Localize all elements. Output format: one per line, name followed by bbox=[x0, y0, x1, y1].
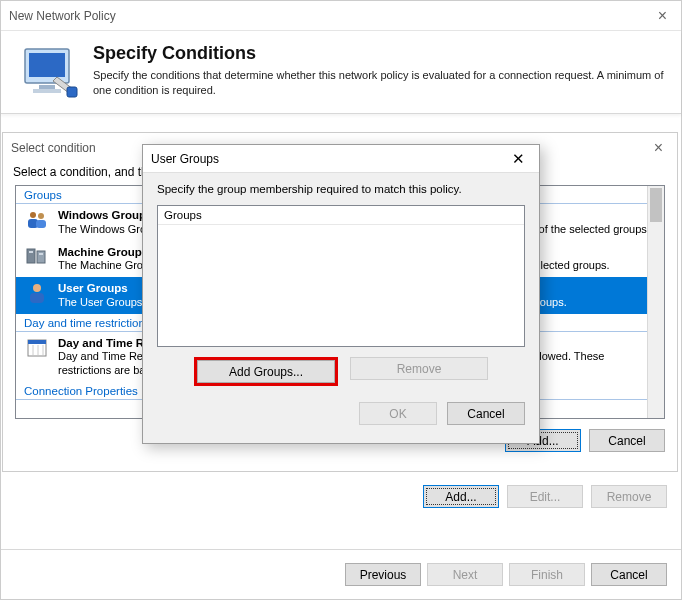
svg-point-5 bbox=[30, 212, 36, 218]
finish-button: Finish bbox=[509, 563, 585, 586]
scrollbar[interactable] bbox=[647, 186, 664, 418]
monitor-icon bbox=[19, 41, 81, 103]
ug-body: Specify the group membership required to… bbox=[143, 173, 539, 435]
wizard-body bbox=[1, 114, 681, 122]
wizard-titlebar: New Network Policy × bbox=[1, 1, 681, 31]
svg-rect-10 bbox=[37, 251, 45, 263]
svg-point-6 bbox=[38, 213, 44, 219]
ug-bottom-row: OK Cancel bbox=[157, 402, 525, 425]
svg-rect-2 bbox=[39, 85, 55, 89]
cond-item-label: Machine Groups bbox=[58, 246, 148, 258]
svg-rect-4 bbox=[67, 87, 77, 97]
edit-button: Edit... bbox=[507, 485, 583, 508]
ug-action-row: Add Groups... Remove bbox=[157, 357, 525, 386]
svg-rect-11 bbox=[29, 251, 33, 253]
close-icon[interactable]: × bbox=[652, 7, 673, 25]
ug-titlebar: User Groups ✕ bbox=[143, 145, 539, 173]
people-icon bbox=[24, 208, 50, 237]
wizard-description: Specify the conditions that determine wh… bbox=[93, 68, 665, 98]
cond-item-label: User Groups bbox=[58, 282, 128, 294]
remove-group-button: Remove bbox=[350, 357, 488, 380]
ug-list[interactable]: Groups bbox=[157, 205, 525, 347]
remove-button: Remove bbox=[591, 485, 667, 508]
svg-rect-3 bbox=[33, 89, 61, 93]
wizard-header-text: Specify Conditions Specify the condition… bbox=[93, 41, 665, 103]
svg-rect-1 bbox=[29, 53, 65, 77]
svg-rect-14 bbox=[30, 293, 44, 303]
ok-button: OK bbox=[359, 402, 437, 425]
ug-title: User Groups bbox=[151, 152, 506, 166]
previous-button[interactable]: Previous bbox=[345, 563, 421, 586]
wizard-mid-buttons: Add... Edit... Remove bbox=[423, 485, 667, 508]
cond-cancel-button[interactable]: Cancel bbox=[589, 429, 665, 452]
svg-point-13 bbox=[33, 284, 41, 292]
ug-instruction: Specify the group membership required to… bbox=[157, 183, 525, 195]
person-icon bbox=[24, 281, 50, 310]
user-groups-dialog: User Groups ✕ Specify the group membersh… bbox=[142, 144, 540, 444]
close-icon[interactable]: ✕ bbox=[506, 150, 531, 168]
next-button: Next bbox=[427, 563, 503, 586]
svg-rect-8 bbox=[36, 220, 46, 228]
calendar-icon bbox=[24, 336, 50, 378]
wizard-footer: Previous Next Finish Cancel bbox=[1, 549, 681, 599]
ug-list-header: Groups bbox=[158, 206, 524, 225]
wizard-title: New Network Policy bbox=[9, 9, 652, 23]
close-icon[interactable]: × bbox=[648, 139, 669, 157]
add-button[interactable]: Add... bbox=[423, 485, 499, 508]
svg-rect-16 bbox=[28, 340, 46, 344]
svg-rect-12 bbox=[39, 253, 43, 255]
scrollbar-thumb[interactable] bbox=[650, 188, 662, 222]
add-groups-highlight: Add Groups... bbox=[194, 357, 338, 386]
wizard-heading: Specify Conditions bbox=[93, 43, 665, 64]
wizard-header: Specify Conditions Specify the condition… bbox=[1, 31, 681, 114]
cond-item-label: Windows Groups bbox=[58, 209, 152, 221]
cancel-button[interactable]: Cancel bbox=[591, 563, 667, 586]
servers-icon bbox=[24, 245, 50, 274]
ug-cancel-button[interactable]: Cancel bbox=[447, 402, 525, 425]
add-groups-button[interactable]: Add Groups... bbox=[197, 360, 335, 383]
